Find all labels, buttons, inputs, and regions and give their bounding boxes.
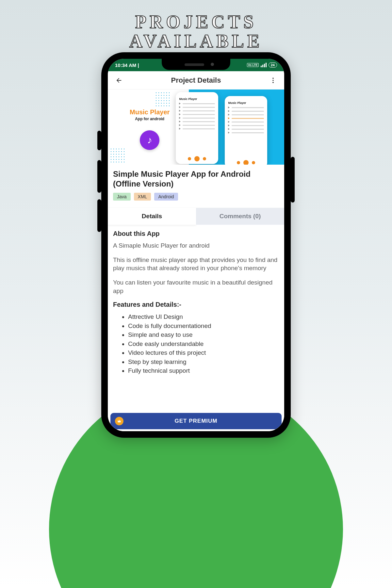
get-premium-button[interactable]: GET PREMIUM — [110, 413, 282, 429]
page-heading-line1: PROJECTS — [0, 12, 392, 32]
tag-row: Java XML Android — [108, 191, 284, 206]
overflow-menu-button[interactable] — [268, 75, 278, 86]
tab-bar: Details Comments (0) — [108, 208, 284, 225]
phone-side-button — [97, 131, 101, 150]
hero-brand-sub: App for android — [114, 117, 186, 121]
features-section: Attrective UI Design Code is fully docum… — [108, 312, 284, 395]
hero-banner: Music Player App for android ♪ Music Pla… — [108, 90, 284, 165]
about-paragraph: This is offline music player app that pr… — [113, 256, 279, 272]
tab-details[interactable]: Details — [108, 208, 196, 225]
about-heading: About this App — [113, 230, 279, 237]
premium-label: GET PREMIUM — [175, 418, 218, 424]
hero-brand-title: Music Player — [114, 108, 186, 116]
about-paragraph: You can listen your favourite music in a… — [113, 278, 279, 295]
list-item: Code is fully documentationed — [128, 321, 279, 331]
tag-java[interactable]: Java — [113, 193, 131, 201]
arrow-left-icon — [115, 77, 122, 84]
more-vert-icon — [270, 77, 277, 84]
decorative-dots — [155, 91, 170, 106]
svg-point-1 — [272, 80, 274, 81]
list-item: Fully technical support — [128, 366, 279, 375]
tag-xml[interactable]: XML — [134, 193, 151, 201]
mini-player-controls — [179, 155, 215, 162]
list-item: Step by step learning — [128, 357, 279, 367]
page-title: Project Details — [171, 76, 221, 85]
about-section: About this App A Simaple Music Player fo… — [108, 225, 284, 295]
list-item: Video lectures of this project — [128, 348, 279, 357]
list-item: Code easly understandable — [128, 339, 279, 349]
phone-frame: 10:34 AM | Vo LTE 24 Project Details — [101, 52, 291, 438]
list-item: Attrective UI Design — [128, 312, 279, 321]
hero-mini-phone: Music Player — [225, 96, 267, 165]
back-button[interactable] — [114, 75, 124, 86]
mini-player-controls — [228, 159, 264, 165]
status-time: 10:34 AM | — [115, 62, 139, 68]
signal-icon — [261, 63, 267, 67]
page-heading: PROJECTS AVAILABLE — [0, 0, 392, 51]
mini-phone-title: Music Player — [228, 101, 264, 105]
lte-icon: Vo LTE — [247, 63, 259, 67]
play-icon — [194, 156, 200, 161]
features-heading: Features and Details:- — [108, 301, 284, 312]
battery-icon: 24 — [269, 62, 277, 68]
phone-screen: 10:34 AM | Vo LTE 24 Project Details — [108, 59, 284, 431]
svg-point-0 — [272, 77, 274, 79]
status-right: Vo LTE 24 — [247, 62, 277, 68]
phone-notch — [162, 59, 230, 70]
hero-right: Music Player Music Player — [189, 90, 284, 165]
hero-mini-phone: Music Player — [176, 92, 218, 164]
page-heading-line2: AVAILABLE — [0, 32, 392, 51]
pause-icon — [243, 160, 249, 165]
tag-android[interactable]: Android — [154, 193, 178, 201]
project-title: Simple Music Player App for Android (Off… — [108, 165, 284, 191]
svg-point-2 — [272, 82, 274, 83]
music-note-icon: ♪ — [140, 130, 159, 150]
phone-side-button — [97, 160, 101, 193]
features-list: Attrective UI Design Code is fully docum… — [113, 312, 279, 375]
app-bar: Project Details — [108, 71, 284, 90]
mini-phone-title: Music Player — [179, 97, 215, 101]
decorative-dots — [110, 148, 125, 163]
phone-side-button — [291, 157, 295, 203]
phone-side-button — [97, 199, 101, 232]
crown-icon — [115, 417, 123, 425]
about-paragraph: A Simaple Music Player for android — [113, 241, 279, 250]
list-item: Simple and easy to use — [128, 330, 279, 339]
tab-comments[interactable]: Comments (0) — [196, 208, 284, 225]
content-area: Simple Music Player App for Android (Off… — [108, 165, 284, 431]
